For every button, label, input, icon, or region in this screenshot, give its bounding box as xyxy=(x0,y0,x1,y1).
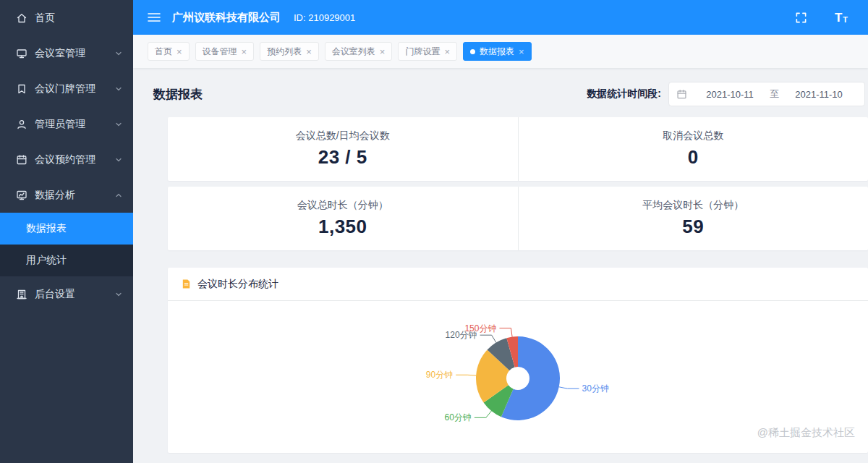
stat-label: 取消会议总数 xyxy=(663,129,723,143)
pie-label-line xyxy=(456,375,476,375)
sidebar-subitem-label: 数据报表 xyxy=(26,222,67,235)
page-header-row: 数据报表 数据统计时间段: 2021-10-11 至 2021-11-10 xyxy=(153,81,868,107)
tab-label: 门牌设置 xyxy=(405,46,440,58)
tab-label: 预约列表 xyxy=(267,46,302,58)
pie-label: 60分钟 xyxy=(444,412,471,422)
date-filter: 数据统计时间段: 2021-10-11 至 2021-11-10 xyxy=(587,82,865,106)
sidebar-item-doorplate[interactable]: 会议门牌管理 xyxy=(0,71,133,106)
pie-label-line xyxy=(480,335,496,342)
stat-total-duration: 会议总时长（分钟） 1,350 xyxy=(168,187,518,250)
tab-close-icon[interactable]: × xyxy=(306,47,312,56)
stat-value: 1,350 xyxy=(318,216,367,238)
stat-total-meetings: 会议总数/日均会议数 23 / 5 xyxy=(168,117,518,181)
sidebar-item-home[interactable]: 首页 xyxy=(0,0,133,35)
menu-collapse-icon[interactable] xyxy=(148,12,161,23)
stat-value: 23 / 5 xyxy=(318,146,367,169)
company-id: ID: 210929001 xyxy=(294,12,355,23)
sidebar-item-label: 会议预约管理 xyxy=(35,153,114,166)
tab-label: 会议室列表 xyxy=(332,46,375,58)
tab-close-icon[interactable]: × xyxy=(242,47,247,56)
open-tabs-bar: 首页 × 设备管理 × 预约列表 × 会议室列表 × 门牌设置 × 数据报表 xyxy=(133,35,868,68)
chevron-down-icon xyxy=(114,290,123,299)
pie-label-line xyxy=(559,387,579,388)
tab-device-management[interactable]: 设备管理 × xyxy=(195,42,255,61)
tab-data-report[interactable]: 数据报表 × xyxy=(463,42,532,61)
stats-row-1: 会议总数/日均会议数 23 / 5 取消会议总数 0 xyxy=(168,117,868,181)
sidebar-subitem-user-stats[interactable]: 用户统计 xyxy=(0,245,133,276)
pie-label: 150分钟 xyxy=(464,323,496,334)
calendar-icon xyxy=(16,154,27,166)
tab-reservation-list[interactable]: 预约列表 × xyxy=(260,42,319,61)
tab-close-icon[interactable]: × xyxy=(519,47,524,56)
tab-doorplate-settings[interactable]: 门牌设置 × xyxy=(398,42,457,61)
page-title: 数据报表 xyxy=(153,86,203,103)
sidebar-item-label: 首页 xyxy=(35,12,123,25)
font-size-icon[interactable]: TT xyxy=(835,12,848,24)
sidebar-item-label: 会议室管理 xyxy=(35,47,114,60)
sidebar-item-label: 管理员管理 xyxy=(35,118,114,131)
active-tab-dot xyxy=(470,49,475,54)
home-icon xyxy=(16,12,27,24)
analytics-chart-icon xyxy=(16,190,27,201)
date-range-picker[interactable]: 2021-10-11 至 2021-11-10 xyxy=(668,82,865,106)
tab-meeting-room-list[interactable]: 会议室列表 × xyxy=(325,42,393,61)
date-filter-label: 数据统计时间段: xyxy=(587,88,661,101)
pie-label-line xyxy=(499,328,512,337)
sidebar-item-meeting-room[interactable]: 会议室管理 xyxy=(0,35,133,71)
stat-value: 59 xyxy=(682,216,704,238)
sidebar-subitem-label: 用户统计 xyxy=(26,254,67,267)
doorplate-icon xyxy=(16,83,27,95)
tab-home[interactable]: 首页 × xyxy=(148,42,190,61)
meeting-room-icon xyxy=(16,48,27,59)
chevron-down-icon xyxy=(114,85,123,93)
sidebar-item-reservation[interactable]: 会议预约管理 xyxy=(0,142,133,177)
sidebar-item-label: 会议门牌管理 xyxy=(35,82,114,95)
sidebar-submenu-data-analysis: 数据报表 用户统计 xyxy=(0,213,133,276)
stat-label: 会议总时长（分钟） xyxy=(297,199,388,212)
sidebar-item-backend-settings[interactable]: 后台设置 xyxy=(0,276,133,312)
fullscreen-icon[interactable] xyxy=(795,12,807,24)
date-end-input[interactable]: 2021-11-10 xyxy=(780,89,857,100)
chevron-down-icon xyxy=(114,156,123,164)
stat-label: 会议总数/日均会议数 xyxy=(296,129,390,143)
tab-label: 设备管理 xyxy=(203,46,237,58)
sidebar-subitem-data-report[interactable]: 数据报表 xyxy=(0,213,133,245)
calendar-icon xyxy=(676,89,687,100)
duration-pie-chart: 30分钟60分钟90分钟120分钟150分钟 xyxy=(380,302,655,451)
pie-label: 90分钟 xyxy=(426,370,453,380)
chevron-down-icon xyxy=(114,49,123,58)
pie-label: 30分钟 xyxy=(582,383,609,394)
admin-user-icon xyxy=(16,119,27,130)
stat-cancelled-meetings: 取消会议总数 0 xyxy=(519,117,868,181)
tab-close-icon[interactable]: × xyxy=(380,47,386,56)
pie-label-line xyxy=(475,411,492,417)
pie-donut-hole xyxy=(506,367,529,390)
stat-label: 平均会议时长（分钟） xyxy=(642,199,744,212)
stats-row-2: 会议总时长（分钟） 1,350 平均会议时长（分钟） 59 xyxy=(168,187,868,250)
date-start-input[interactable]: 2021-10-11 xyxy=(692,89,768,100)
sidebar: 首页 会议室管理 会议门牌管理 管理员管理 xyxy=(0,0,133,463)
tab-close-icon[interactable]: × xyxy=(176,47,182,56)
building-icon xyxy=(16,289,27,300)
tab-label: 数据报表 xyxy=(480,46,514,58)
chart-card-header: 会议时长分布统计 xyxy=(168,268,868,301)
app-root: 首页 会议室管理 会议门牌管理 管理员管理 xyxy=(0,0,868,463)
main-area: 广州议联科技有限公司 ID: 210929001 TT 首页 × 设备管理 × … xyxy=(133,0,868,463)
chevron-up-icon xyxy=(114,191,123,200)
top-header: 广州议联科技有限公司 ID: 210929001 TT xyxy=(133,0,868,35)
tab-close-icon[interactable]: × xyxy=(444,47,450,56)
company-name: 广州议联科技有限公司 xyxy=(172,11,281,25)
stat-average-duration: 平均会议时长（分钟） 59 xyxy=(519,187,868,250)
sidebar-item-admin[interactable]: 管理员管理 xyxy=(0,106,133,142)
stat-value: 0 xyxy=(688,146,699,169)
sidebar-item-label: 后台设置 xyxy=(35,288,114,301)
chevron-down-icon xyxy=(114,120,123,129)
date-separator: 至 xyxy=(768,88,780,101)
chart-card-title: 会议时长分布统计 xyxy=(197,278,278,291)
tab-label: 首页 xyxy=(155,46,172,58)
sidebar-item-label: 数据分析 xyxy=(35,189,114,202)
watermark: @稀土掘金技术社区 xyxy=(757,426,855,440)
duration-distribution-card: 会议时长分布统计 30分钟60分钟90分钟120分钟150分钟 @稀土掘金技术社… xyxy=(168,268,868,453)
sidebar-item-data-analysis[interactable]: 数据分析 xyxy=(0,177,133,213)
report-document-icon xyxy=(181,279,192,289)
